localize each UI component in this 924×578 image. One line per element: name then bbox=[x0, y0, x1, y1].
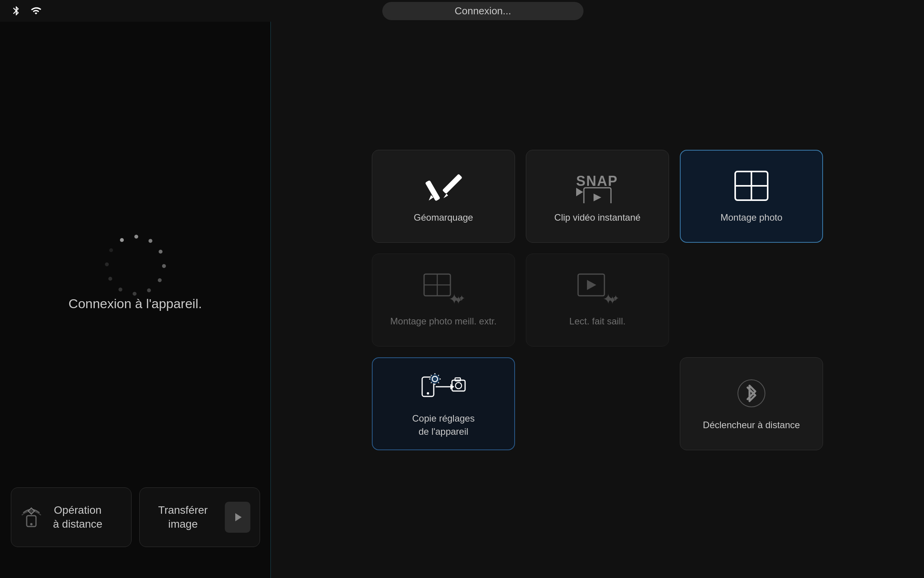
snap-icon: SNAP bbox=[572, 168, 623, 203]
svg-point-42 bbox=[738, 380, 765, 407]
montage-star-icon: ✦ ✦ ✦ bbox=[422, 272, 465, 307]
declencheur-bt-icon bbox=[736, 376, 767, 411]
connecting-text: Connexion à l'appareil. bbox=[68, 296, 202, 311]
svg-line-38 bbox=[431, 375, 432, 376]
feature-grid: Géomarquage SNAP Clip vidéo instantané bbox=[372, 150, 823, 450]
grid-item-declencheur[interactable]: Déclencheur à distance bbox=[680, 357, 823, 450]
system-icons bbox=[11, 5, 42, 16]
bluetooth-icon bbox=[11, 5, 22, 16]
connection-pill-container: Connexion... bbox=[53, 2, 913, 20]
svg-marker-9 bbox=[594, 194, 601, 201]
copie-icon bbox=[420, 369, 467, 404]
remote-operation-button[interactable]: Opérationà distance bbox=[11, 487, 132, 547]
clip-video-label: Clip vidéo instantané bbox=[554, 211, 641, 224]
remote-operation-label: Opérationà distance bbox=[53, 503, 103, 532]
transfer-image-button[interactable]: Transférer image bbox=[139, 487, 260, 547]
svg-marker-10 bbox=[576, 188, 583, 196]
declencheur-label: Déclencheur à distance bbox=[703, 418, 800, 432]
transfer-image-label: Transférer image bbox=[149, 503, 217, 532]
lect-icon: ✦ ✦ ✦ bbox=[576, 272, 619, 307]
svg-text:✦: ✦ bbox=[612, 293, 619, 303]
copie-reglages-label: Copie réglagesde l'appareil bbox=[412, 412, 474, 438]
svg-rect-29 bbox=[452, 380, 465, 391]
right-panel: Géomarquage SNAP Clip vidéo instantané bbox=[271, 22, 924, 578]
grid-item-geomarquage[interactable]: Géomarquage bbox=[372, 150, 515, 243]
grid-item-clip-video[interactable]: SNAP Clip vidéo instantané bbox=[526, 150, 669, 243]
main-content: Connexion à l'appareil. Opérati bbox=[0, 22, 924, 578]
left-bottom-buttons: Opérationà distance Transférer image bbox=[0, 487, 271, 547]
spinner-area: Connexion à l'appareil. bbox=[68, 250, 202, 311]
svg-line-41 bbox=[431, 382, 432, 383]
lect-label: Lect. fait saill. bbox=[569, 315, 625, 328]
svg-marker-4 bbox=[443, 194, 448, 198]
svg-line-39 bbox=[438, 382, 439, 383]
svg-rect-5 bbox=[425, 180, 440, 201]
geo-icon bbox=[422, 168, 465, 203]
loading-spinner bbox=[120, 250, 151, 281]
svg-line-40 bbox=[438, 375, 439, 376]
grid-item-copie-reglages[interactable]: Copie réglagesde l'appareil bbox=[372, 357, 515, 450]
montage-meill-label: Montage photo meill. extr. bbox=[390, 315, 497, 328]
grid-item-montage-meill[interactable]: ✦ ✦ ✦ Montage photo meill. extr. bbox=[372, 254, 515, 346]
svg-marker-2 bbox=[28, 508, 34, 514]
connection-status: Connexion... bbox=[382, 2, 583, 20]
grid-item-montage-photo[interactable]: Montage photo bbox=[680, 150, 823, 243]
montage-photo-label: Montage photo bbox=[720, 211, 782, 224]
wifi-icon bbox=[30, 5, 42, 16]
svg-rect-31 bbox=[455, 378, 460, 381]
svg-text:SNAP: SNAP bbox=[576, 173, 618, 189]
svg-point-30 bbox=[455, 382, 462, 389]
play-icon bbox=[225, 502, 250, 533]
remote-icon bbox=[21, 505, 45, 530]
svg-point-1 bbox=[30, 523, 33, 525]
geomarquage-label: Géomarquage bbox=[414, 211, 473, 224]
grid-item-lect[interactable]: ✦ ✦ ✦ Lect. fait saill. bbox=[526, 254, 669, 346]
svg-marker-21 bbox=[587, 280, 596, 290]
svg-point-26 bbox=[427, 392, 429, 394]
left-panel: Connexion à l'appareil. Opérati bbox=[0, 22, 271, 578]
montage-icon bbox=[732, 168, 771, 203]
svg-rect-3 bbox=[442, 174, 462, 194]
top-bar: Connexion... bbox=[0, 0, 924, 22]
svg-text:✦: ✦ bbox=[458, 293, 465, 303]
